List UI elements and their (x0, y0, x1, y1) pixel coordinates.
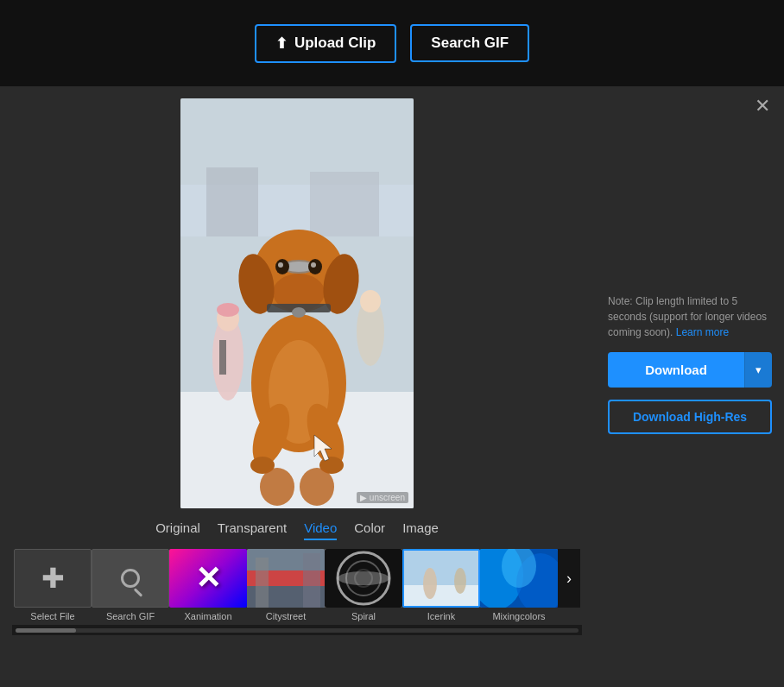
main-content: ✕ (0, 86, 784, 687)
scrollbar-thumb[interactable] (16, 628, 76, 633)
tab-original[interactable]: Original (155, 520, 200, 540)
svg-point-29 (260, 468, 294, 506)
watermark: ▶ unscreen (357, 492, 408, 503)
download-dropdown-button[interactable]: ▾ (744, 352, 772, 388)
note-text: Note: Clip length limited to 5 seconds (… (608, 293, 770, 340)
thumb-xanimation[interactable]: ✕ Xanimation (169, 549, 247, 621)
download-group: Download ▾ (608, 352, 772, 388)
thumb-label-select-file: Select File (30, 611, 74, 621)
thumb-label-search-gif: Search GIF (106, 611, 155, 621)
icerink-thumb (402, 549, 480, 608)
spiral-thumb (325, 549, 402, 608)
svg-point-41 (338, 571, 389, 585)
upload-clip-button[interactable]: ⬆ Upload Clip (255, 24, 396, 63)
svg-rect-8 (219, 340, 226, 375)
thumb-search-gif[interactable]: Search GIF (92, 549, 169, 621)
download-button[interactable]: Download (608, 352, 744, 388)
mixingcolors-thumb (480, 549, 558, 608)
tab-video[interactable]: Video (304, 520, 337, 540)
svg-point-20 (311, 262, 316, 268)
thumb-spiral[interactable]: Spiral (325, 549, 402, 621)
thumb-citystreet[interactable]: Citystreet (247, 549, 325, 621)
learn-more-link[interactable]: Learn more (676, 326, 729, 338)
thumb-label-spiral: Spiral (351, 611, 376, 621)
tab-bar: Original Transparent Video Color Image (155, 520, 439, 540)
svg-point-7 (217, 303, 239, 317)
scrollbar-track (16, 628, 579, 633)
tab-transparent[interactable]: Transparent (218, 520, 287, 540)
thumbnail-strip: ✚ Select File Search GIF ✕ Xanimation (14, 549, 580, 621)
svg-point-30 (300, 468, 334, 506)
search-gif-thumb (92, 549, 169, 608)
download-highres-button[interactable]: Download High-Res (608, 400, 772, 434)
preview-area: ▶ unscreen Original Transparent Video Co… (0, 86, 594, 687)
close-button[interactable]: ✕ (755, 97, 770, 116)
xanimation-thumb: ✕ (169, 549, 247, 608)
tab-image[interactable]: Image (402, 520, 439, 540)
tab-color[interactable]: Color (354, 520, 385, 540)
svg-rect-43 (404, 585, 480, 608)
svg-rect-2 (206, 167, 258, 236)
svg-point-44 (423, 568, 437, 599)
citystreet-thumb (247, 549, 325, 608)
svg-point-45 (454, 568, 466, 594)
right-panel: Note: Clip length limited to 5 seconds (… (594, 86, 784, 687)
svg-rect-3 (310, 172, 379, 236)
svg-rect-36 (303, 553, 320, 608)
upload-icon: ⬆ (275, 35, 288, 53)
thumbnail-next-button[interactable]: › (558, 549, 580, 608)
svg-point-10 (360, 290, 381, 312)
thumb-label-mixingcolors: Mixingcolors (492, 611, 545, 621)
svg-point-19 (278, 262, 283, 268)
video-preview: ▶ unscreen (180, 98, 414, 508)
thumb-icerink[interactable]: Icerink (402, 549, 480, 621)
thumb-label-icerink: Icerink (427, 611, 455, 621)
thumb-mixingcolors[interactable]: Mixingcolors (480, 549, 558, 621)
thumb-label-citystreet: Citystreet (266, 611, 306, 621)
svg-point-24 (292, 307, 306, 318)
header: ⬆ Upload Clip Search GIF (0, 0, 784, 86)
svg-rect-35 (256, 558, 269, 608)
thumb-label-xanimation: Xanimation (184, 611, 231, 621)
thumb-select-file[interactable]: ✚ Select File (14, 549, 92, 621)
search-gif-button[interactable]: Search GIF (410, 24, 529, 62)
scrollbar-container[interactable] (12, 625, 582, 635)
magnifier-icon (121, 569, 140, 588)
video-frame (180, 98, 414, 508)
select-file-thumb: ✚ (14, 549, 92, 608)
